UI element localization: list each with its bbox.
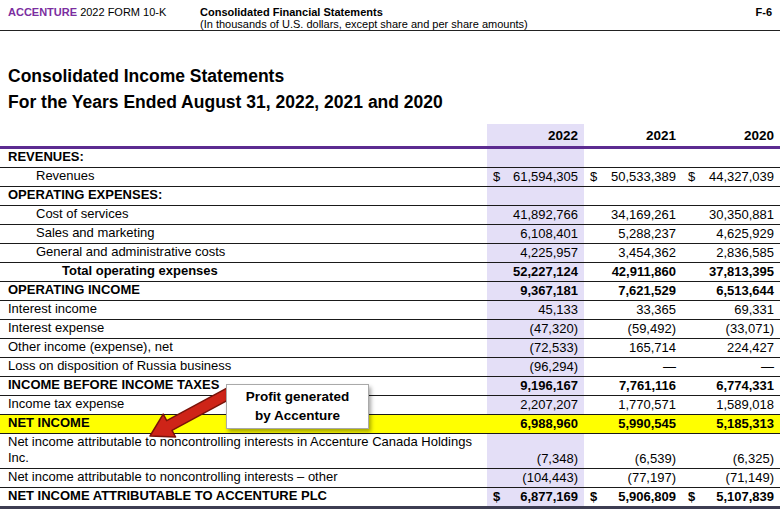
row-value: 41,892,766 bbox=[487, 205, 584, 224]
row-value: 224,427 bbox=[682, 338, 780, 357]
row-value: 6,108,401 bbox=[487, 224, 584, 243]
row-value: (96,294) bbox=[487, 357, 584, 376]
row-value: 1,589,018 bbox=[682, 395, 780, 414]
row-value: (7,348) bbox=[487, 433, 584, 468]
statement-period: For the Years Ended August 31, 2022, 202… bbox=[8, 89, 780, 115]
row-value: 5,990,545 bbox=[584, 414, 682, 433]
year-header-spacer bbox=[0, 124, 487, 147]
row-label: Loss on disposition of Russia business bbox=[0, 357, 487, 376]
row-value: 42,911,860 bbox=[584, 262, 682, 281]
row-value: 33,365 bbox=[584, 300, 682, 319]
row-value: $6,877,169 bbox=[487, 487, 584, 507]
table-row: Loss on disposition of Russia business(9… bbox=[0, 357, 780, 376]
row-value: 1,770,571 bbox=[584, 395, 682, 414]
row-value: (47,320) bbox=[487, 319, 584, 338]
table-row: NET INCOME ATTRIBUTABLE TO ACCENTURE PLC… bbox=[0, 487, 780, 507]
row-value: 6,988,960 bbox=[487, 414, 584, 433]
row-value: (59,492) bbox=[584, 319, 682, 338]
year-header-2021: 2021 bbox=[584, 124, 682, 147]
table-row: OPERATING EXPENSES: bbox=[0, 186, 780, 205]
row-label: Interest income bbox=[0, 300, 487, 319]
row-value: $61,594,305 bbox=[487, 167, 584, 186]
row-label: OPERATING INCOME bbox=[0, 281, 487, 300]
dollar-sign: $ bbox=[493, 169, 500, 184]
annotation-box: Profit generated by Accenture bbox=[226, 384, 369, 429]
row-value bbox=[682, 186, 780, 205]
dollar-sign: $ bbox=[493, 489, 500, 504]
table-row: REVENUES: bbox=[0, 147, 780, 167]
annotation-text-line2: by Accenture bbox=[229, 406, 366, 425]
row-value bbox=[487, 186, 584, 205]
income-statement-table: 2022 2021 2020 REVENUES:Revenues$61,594,… bbox=[0, 124, 780, 509]
table-row: Net income attributable to noncontrollin… bbox=[0, 433, 780, 468]
table-row: Interest expense(47,320)(59,492)(33,071) bbox=[0, 319, 780, 338]
row-value: 52,227,124 bbox=[487, 262, 584, 281]
doc-subtitle: (In thousands of U.S. dollars, except sh… bbox=[200, 18, 712, 30]
row-value: $5,906,809 bbox=[584, 487, 682, 507]
doc-title: Consolidated Financial Statements bbox=[200, 6, 712, 18]
dollar-sign: $ bbox=[590, 169, 597, 184]
row-value: 2,207,207 bbox=[487, 395, 584, 414]
row-value bbox=[682, 147, 780, 167]
table-row: Revenues$61,594,305$50,533,389$44,327,03… bbox=[0, 167, 780, 186]
form-label: 2022 FORM 10-K bbox=[80, 6, 166, 18]
statement-title: Consolidated Income Statements bbox=[8, 63, 780, 89]
row-label: Total operating expenses bbox=[0, 262, 487, 281]
row-value bbox=[584, 186, 682, 205]
row-label: Other income (expense), net bbox=[0, 338, 487, 357]
row-value: 7,621,529 bbox=[584, 281, 682, 300]
document-page: { "header": { "brand": "ACCENTURE", "for… bbox=[0, 0, 780, 515]
statement-title-block: Consolidated Income Statements For the Y… bbox=[8, 63, 780, 115]
year-header-row: 2022 2021 2020 bbox=[0, 124, 780, 147]
table-row: Total operating expenses52,227,12442,911… bbox=[0, 262, 780, 281]
row-label: Net income attributable to noncontrollin… bbox=[0, 468, 487, 487]
header-doc-titles: Consolidated Financial Statements (In th… bbox=[200, 6, 712, 30]
row-value: — bbox=[682, 357, 780, 376]
row-label: Sales and marketing bbox=[0, 224, 487, 243]
row-value: 2,836,585 bbox=[682, 243, 780, 262]
row-value: 30,350,881 bbox=[682, 205, 780, 224]
row-label: Revenues bbox=[0, 167, 487, 186]
row-label: OPERATING EXPENSES: bbox=[0, 186, 487, 205]
page-number: F-6 bbox=[712, 6, 772, 18]
row-value: (6,325) bbox=[682, 433, 780, 468]
row-value: (72,533) bbox=[487, 338, 584, 357]
row-value: 165,714 bbox=[584, 338, 682, 357]
year-header-2020: 2020 bbox=[682, 124, 780, 147]
row-value: (71,149) bbox=[682, 468, 780, 487]
brand-name: ACCENTURE bbox=[8, 6, 77, 18]
table-row: Income tax expense2,207,2071,770,5711,58… bbox=[0, 395, 780, 414]
document-header: ACCENTURE 2022 FORM 10-K Consolidated Fi… bbox=[0, 0, 780, 31]
row-value bbox=[487, 147, 584, 167]
row-value: (33,071) bbox=[682, 319, 780, 338]
row-label: Net income attributable to noncontrollin… bbox=[0, 433, 487, 468]
table-row: Interest income45,13333,36569,331 bbox=[0, 300, 780, 319]
row-value: $50,533,389 bbox=[584, 167, 682, 186]
row-value: 7,761,116 bbox=[584, 376, 682, 395]
row-value: 6,513,644 bbox=[682, 281, 780, 300]
table-row: Net income attributable to noncontrollin… bbox=[0, 468, 780, 487]
table-row: Sales and marketing6,108,4015,288,2374,6… bbox=[0, 224, 780, 243]
row-value: 5,288,237 bbox=[584, 224, 682, 243]
table-row: Other income (expense), net(72,533)165,7… bbox=[0, 338, 780, 357]
row-label: Interest expense bbox=[0, 319, 487, 338]
table-row: General and administrative costs4,225,95… bbox=[0, 243, 780, 262]
year-header-2022: 2022 bbox=[487, 124, 584, 147]
row-value: 37,813,395 bbox=[682, 262, 780, 281]
dollar-sign: $ bbox=[688, 489, 695, 504]
row-value: $44,327,039 bbox=[682, 167, 780, 186]
row-value: 5,185,313 bbox=[682, 414, 780, 433]
row-label: REVENUES: bbox=[0, 147, 487, 167]
row-value: 4,225,957 bbox=[487, 243, 584, 262]
dollar-sign: $ bbox=[688, 169, 695, 184]
row-value: 34,169,261 bbox=[584, 205, 682, 224]
annotation-text-line1: Profit generated bbox=[229, 387, 366, 406]
row-value: 6,774,331 bbox=[682, 376, 780, 395]
row-value: 9,367,181 bbox=[487, 281, 584, 300]
row-value bbox=[584, 147, 682, 167]
row-value: $5,107,839 bbox=[682, 487, 780, 507]
dollar-sign: $ bbox=[590, 489, 597, 504]
row-label: NET INCOME ATTRIBUTABLE TO ACCENTURE PLC bbox=[0, 487, 487, 507]
row-label: Cost of services bbox=[0, 205, 487, 224]
row-value: 9,196,167 bbox=[487, 376, 584, 395]
